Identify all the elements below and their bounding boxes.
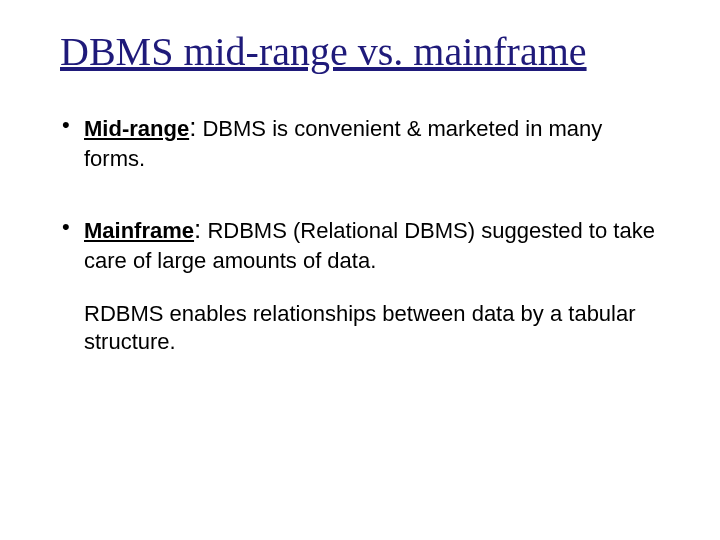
slide: DBMS mid-range vs. mainframe Mid-range: … [0,0,720,540]
bullet-term-midrange: Mid-range [84,116,189,141]
slide-title: DBMS mid-range vs. mainframe [60,28,660,75]
list-item: Mainframe: RDBMS (Relational DBMS) sugge… [60,213,660,357]
bullet-term-mainframe: Mainframe [84,218,194,243]
bullet-list: Mid-range: DBMS is convenient & marketed… [60,111,660,357]
list-item: Mid-range: DBMS is convenient & marketed… [60,111,660,173]
bullet-extra: RDBMS enables relationships between data… [84,300,660,357]
